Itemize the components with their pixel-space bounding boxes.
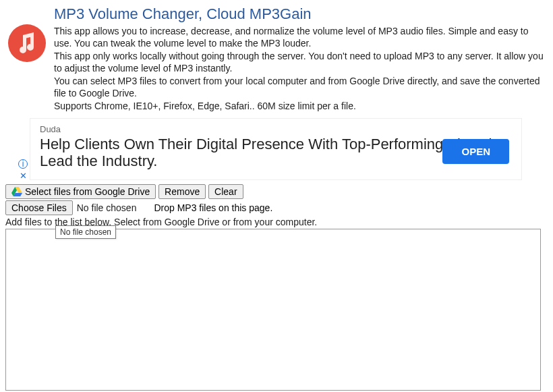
ad-banner[interactable]: i ✕ Duda Help Clients Own Their Digital … bbox=[30, 118, 522, 180]
desc-line-3: You can select MP3 files to convert from… bbox=[54, 76, 548, 99]
choose-files-button[interactable]: Choose Files bbox=[5, 200, 73, 215]
ad-close-icon[interactable]: ✕ bbox=[20, 171, 27, 181]
svg-point-0 bbox=[8, 24, 46, 62]
desc-line-4: Supports Chrome, IE10+, Firefox, Edge, S… bbox=[54, 101, 548, 113]
file-tooltip: No file chosen bbox=[55, 225, 116, 239]
app-logo bbox=[7, 23, 47, 63]
ad-open-button[interactable]: OPEN bbox=[442, 139, 509, 164]
ad-brand: Duda bbox=[40, 124, 512, 134]
desc-line-2: This app only works locally without goin… bbox=[54, 51, 548, 74]
gdrive-button-label: Select files from Google Drive bbox=[25, 186, 150, 197]
select-gdrive-button[interactable]: Select files from Google Drive bbox=[5, 184, 156, 199]
desc-line-1: This app allows you to increase, decreas… bbox=[54, 26, 548, 49]
ad-headline: Help Clients Own Their Digital Presence … bbox=[40, 136, 512, 170]
remove-button[interactable]: Remove bbox=[158, 184, 206, 199]
file-list-textarea[interactable] bbox=[5, 229, 541, 391]
drop-hint: Drop MP3 files on this page. bbox=[154, 202, 272, 213]
page-title: MP3 Volume Changer, Cloud MP3Gain bbox=[54, 5, 548, 23]
file-status-text: No file chosen bbox=[77, 202, 137, 213]
gdrive-icon bbox=[11, 187, 22, 196]
clear-button[interactable]: Clear bbox=[208, 184, 243, 199]
ad-info-icon[interactable]: i bbox=[18, 159, 28, 169]
